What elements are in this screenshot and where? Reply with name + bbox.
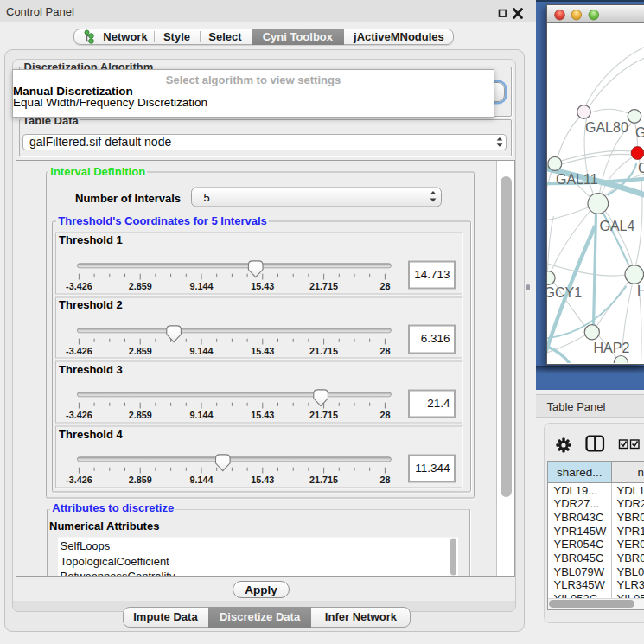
svg-text:9.144: 9.144 [189, 475, 213, 485]
svg-text:28: 28 [379, 281, 390, 291]
svg-text:15.43: 15.43 [251, 410, 274, 420]
svg-text:-3.426: -3.426 [66, 346, 92, 356]
svg-text:C: C [638, 161, 644, 175]
svg-text:28: 28 [379, 410, 390, 420]
svg-text:-3.426: -3.426 [66, 475, 92, 485]
svg-text:21.715: 21.715 [309, 410, 338, 420]
svg-text:21.715: 21.715 [309, 346, 338, 356]
svg-text:GAL11: GAL11 [556, 172, 598, 187]
svg-text:28: 28 [379, 346, 390, 356]
svg-text:9.144: 9.144 [189, 346, 213, 356]
svg-text:GAL4: GAL4 [599, 219, 634, 233]
svg-text:GAL80: GAL80 [585, 120, 628, 135]
svg-text:15.43: 15.43 [251, 475, 274, 485]
svg-text:15.43: 15.43 [251, 346, 274, 356]
svg-text:15.43: 15.43 [251, 281, 274, 291]
svg-text:9.144: 9.144 [189, 410, 213, 420]
svg-text:-3.426: -3.426 [66, 410, 92, 420]
svg-text:21.715: 21.715 [309, 281, 338, 291]
svg-text:2.859: 2.859 [128, 281, 151, 291]
svg-text:HA: HA [637, 284, 644, 298]
svg-text:2.859: 2.859 [128, 346, 151, 356]
svg-text:2.859: 2.859 [128, 410, 151, 420]
svg-text:21.715: 21.715 [309, 475, 338, 485]
svg-text:-3.426: -3.426 [66, 281, 92, 291]
svg-text:28: 28 [379, 475, 390, 485]
svg-text:GA: GA [635, 125, 644, 140]
svg-text:2.859: 2.859 [128, 475, 151, 485]
svg-text:9.144: 9.144 [189, 281, 213, 291]
svg-text:HAP2: HAP2 [593, 341, 629, 355]
svg-text:GCY1: GCY1 [547, 285, 582, 300]
